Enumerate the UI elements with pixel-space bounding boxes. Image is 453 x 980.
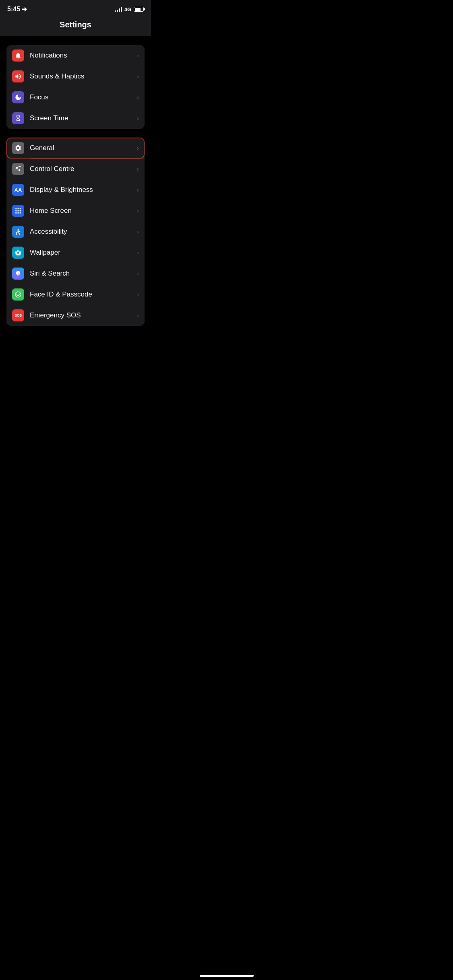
- general-label: General: [30, 144, 137, 152]
- control-centre-chevron: ›: [137, 166, 139, 172]
- settings-item-emergency-sos[interactable]: SOS Emergency SOS ›: [6, 305, 145, 326]
- settings-item-wallpaper[interactable]: Wallpaper ›: [6, 242, 145, 263]
- accessibility-chevron: ›: [137, 229, 139, 235]
- display-brightness-chevron: ›: [137, 187, 139, 193]
- bar3: [119, 8, 120, 12]
- face-id-icon: [12, 288, 24, 301]
- control-centre-icon: [12, 163, 24, 175]
- sounds-haptics-label: Sounds & Haptics: [30, 72, 137, 80]
- time-label: 5:45: [7, 6, 20, 13]
- bar4: [121, 7, 122, 12]
- settings-item-screen-time[interactable]: Screen Time ›: [6, 108, 145, 129]
- sounds-chevron: ›: [137, 73, 139, 80]
- focus-label: Focus: [30, 93, 137, 101]
- grid-svg: [14, 207, 22, 214]
- emergency-sos-chevron: ›: [137, 312, 139, 319]
- notifications-chevron: ›: [137, 52, 139, 59]
- page-title: Settings: [60, 20, 91, 29]
- status-right: 4G: [115, 6, 144, 12]
- focus-icon: [12, 91, 24, 103]
- svg-rect-6: [20, 208, 21, 209]
- control-centre-label: Control Centre: [30, 165, 137, 173]
- battery-body: [134, 7, 144, 12]
- settings-item-accessibility[interactable]: Accessibility ›: [6, 221, 145, 242]
- hourglass-svg: [15, 115, 21, 122]
- settings-item-siri-search[interactable]: Siri & Search ›: [6, 263, 145, 284]
- general-icon: [12, 142, 24, 154]
- wallpaper-icon: [12, 247, 24, 259]
- svg-rect-7: [15, 210, 17, 212]
- bar1: [115, 10, 116, 12]
- siri-search-icon: [12, 268, 24, 280]
- accessibility-svg: [14, 228, 22, 235]
- bottom-spacer: [0, 326, 151, 342]
- settings-item-home-screen[interactable]: Home Screen ›: [6, 200, 145, 221]
- page-header: Settings: [0, 16, 151, 36]
- home-screen-label: Home Screen: [30, 207, 137, 215]
- signal-bars: [115, 7, 122, 12]
- settings-item-face-id[interactable]: Face ID & Passcode ›: [6, 284, 145, 305]
- settings-item-general[interactable]: General ›: [6, 138, 145, 159]
- face-id-label: Face ID & Passcode: [30, 290, 137, 299]
- bar2: [117, 10, 118, 12]
- battery: [134, 7, 144, 12]
- siri-svg: [14, 270, 22, 277]
- wallpaper-label: Wallpaper: [30, 249, 137, 257]
- display-aa-text: AA: [14, 187, 22, 193]
- accessibility-label: Accessibility: [30, 228, 137, 236]
- signal-type: 4G: [124, 6, 131, 12]
- svg-rect-4: [15, 208, 17, 209]
- battery-fill: [135, 8, 141, 11]
- gear-svg: [14, 144, 22, 152]
- svg-rect-8: [18, 210, 19, 212]
- svg-point-1: [19, 169, 21, 171]
- siri-search-chevron: ›: [137, 270, 139, 277]
- wallpaper-chevron: ›: [137, 249, 139, 256]
- svg-rect-11: [18, 212, 19, 214]
- home-screen-icon: [12, 205, 24, 217]
- settings-group-2: General › Control Centre › AA Display & …: [6, 138, 145, 326]
- emergency-sos-icon: SOS: [12, 309, 24, 321]
- svg-rect-3: [19, 166, 21, 167]
- accessibility-icon: [12, 226, 24, 238]
- screen-time-label: Screen Time: [30, 114, 137, 122]
- svg-point-13: [18, 229, 19, 230]
- settings-item-control-centre[interactable]: Control Centre ›: [6, 159, 145, 179]
- general-chevron: ›: [137, 145, 139, 151]
- bell-svg: [14, 52, 22, 59]
- screen-time-chevron: ›: [137, 115, 139, 121]
- control-svg: [14, 165, 22, 173]
- display-brightness-icon: AA: [12, 184, 24, 196]
- screen-time-icon: [12, 112, 24, 124]
- emergency-sos-label: Emergency SOS: [30, 311, 137, 319]
- display-brightness-label: Display & Brightness: [30, 186, 137, 194]
- location-icon: [22, 6, 27, 12]
- notifications-icon: [12, 49, 24, 62]
- moon-svg: [14, 94, 22, 101]
- settings-group-1: Notifications › Sounds & Haptics › Focus…: [6, 45, 145, 129]
- svg-rect-12: [20, 212, 21, 214]
- notifications-label: Notifications: [30, 51, 137, 60]
- svg-rect-5: [18, 208, 19, 209]
- sounds-haptics-icon: [12, 70, 24, 82]
- siri-search-label: Siri & Search: [30, 270, 137, 278]
- focus-chevron: ›: [137, 94, 139, 101]
- svg-rect-10: [15, 212, 17, 214]
- status-time: 5:45: [7, 6, 27, 13]
- settings-item-notifications[interactable]: Notifications ›: [6, 45, 145, 66]
- status-bar: 5:45 4G: [0, 0, 151, 16]
- home-screen-chevron: ›: [137, 208, 139, 214]
- header-separator: [0, 36, 151, 36]
- svg-rect-2: [15, 169, 18, 169]
- settings-item-focus[interactable]: Focus ›: [6, 87, 145, 108]
- svg-point-0: [16, 167, 18, 169]
- sos-text: SOS: [14, 313, 22, 317]
- settings-item-display-brightness[interactable]: AA Display & Brightness ›: [6, 179, 145, 200]
- face-id-chevron: ›: [137, 291, 139, 298]
- face-svg: [14, 291, 22, 298]
- wallpaper-svg: [14, 249, 22, 256]
- sound-svg: [14, 73, 22, 80]
- svg-rect-9: [20, 210, 21, 212]
- settings-item-sounds-haptics[interactable]: Sounds & Haptics ›: [6, 66, 145, 87]
